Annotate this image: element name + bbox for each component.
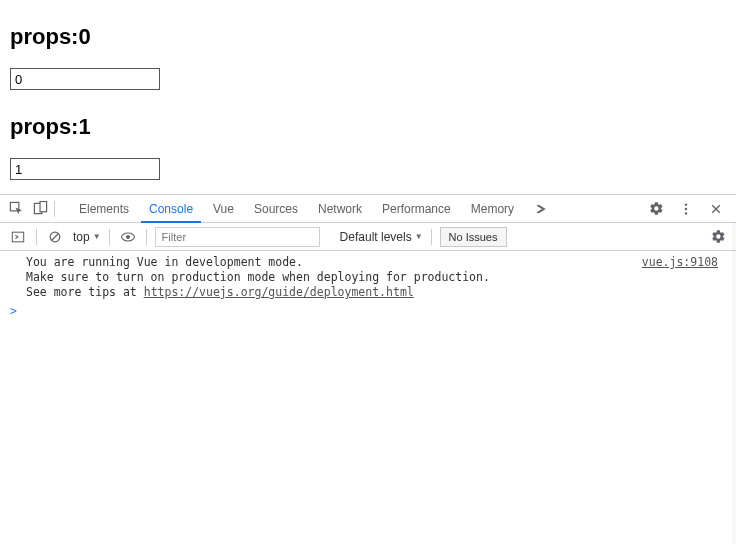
inspect-element-icon[interactable] — [6, 199, 26, 219]
context-selector[interactable]: top ▼ — [73, 230, 101, 244]
close-devtools-icon[interactable] — [706, 199, 726, 219]
issues-button-label: No Issues — [449, 231, 498, 243]
console-toolbar: top ▼ Default levels ▼ No Issues — [0, 223, 736, 251]
svg-rect-2 — [40, 201, 47, 211]
heading-props-1: props:1 — [10, 114, 726, 140]
console-line-3-prefix: See more tips at — [26, 285, 144, 299]
live-expression-icon[interactable] — [118, 227, 138, 247]
heading-props-0: props:0 — [10, 24, 726, 50]
input-props-1[interactable] — [10, 158, 160, 180]
log-levels-selector[interactable]: Default levels ▼ — [340, 230, 423, 244]
tab-performance[interactable]: Performance — [372, 195, 461, 222]
vertical-scrollbar[interactable] — [732, 222, 736, 544]
devtools-tabbar: Elements Console Vue Sources Network Per… — [0, 195, 736, 223]
chevron-down-icon: ▼ — [415, 232, 423, 241]
input-props-0[interactable] — [10, 68, 160, 90]
console-line-1: You are running Vue in development mode. — [26, 255, 303, 269]
svg-point-4 — [685, 207, 687, 209]
log-levels-label: Default levels — [340, 230, 412, 244]
tab-vue[interactable]: Vue — [203, 195, 244, 222]
tab-memory[interactable]: Memory — [461, 195, 524, 222]
divider — [54, 201, 55, 217]
svg-line-8 — [52, 233, 59, 240]
console-filter-input[interactable] — [155, 227, 320, 247]
console-line-3-link[interactable]: https://vuejs.org/guide/deployment.html — [144, 285, 414, 299]
console-line-2: Make sure to turn on production mode whe… — [26, 270, 490, 284]
tab-elements[interactable]: Elements — [69, 195, 139, 222]
console-settings-icon[interactable] — [708, 227, 728, 247]
issues-button[interactable]: No Issues — [440, 227, 507, 247]
divider — [109, 229, 110, 245]
tab-sources[interactable]: Sources — [244, 195, 308, 222]
context-selector-label: top — [73, 230, 90, 244]
svg-point-3 — [685, 203, 687, 205]
message-source-link[interactable]: vue.js:9108 — [642, 255, 718, 270]
tab-network[interactable]: Network — [308, 195, 372, 222]
tab-more-icon[interactable] — [524, 195, 556, 222]
console-message: You are running Vue in development mode.… — [10, 255, 730, 300]
divider — [36, 229, 37, 245]
tab-console[interactable]: Console — [139, 195, 203, 222]
clear-console-icon[interactable] — [45, 227, 65, 247]
page-content: props:0 props:1 — [0, 0, 736, 190]
kebab-menu-icon[interactable] — [676, 199, 696, 219]
console-sidebar-toggle-icon[interactable] — [8, 227, 28, 247]
devtools-tabs: Elements Console Vue Sources Network Per… — [69, 195, 556, 222]
console-body[interactable]: vue.js:9108 You are running Vue in devel… — [0, 251, 736, 544]
divider — [431, 229, 432, 245]
device-toolbar-icon[interactable] — [30, 199, 50, 219]
console-prompt[interactable]: > — [10, 304, 730, 319]
chevron-down-icon: ▼ — [93, 232, 101, 241]
settings-icon[interactable] — [646, 199, 666, 219]
svg-point-5 — [685, 212, 687, 214]
svg-point-10 — [126, 235, 130, 239]
divider — [146, 229, 147, 245]
devtools-panel: Elements Console Vue Sources Network Per… — [0, 194, 736, 544]
